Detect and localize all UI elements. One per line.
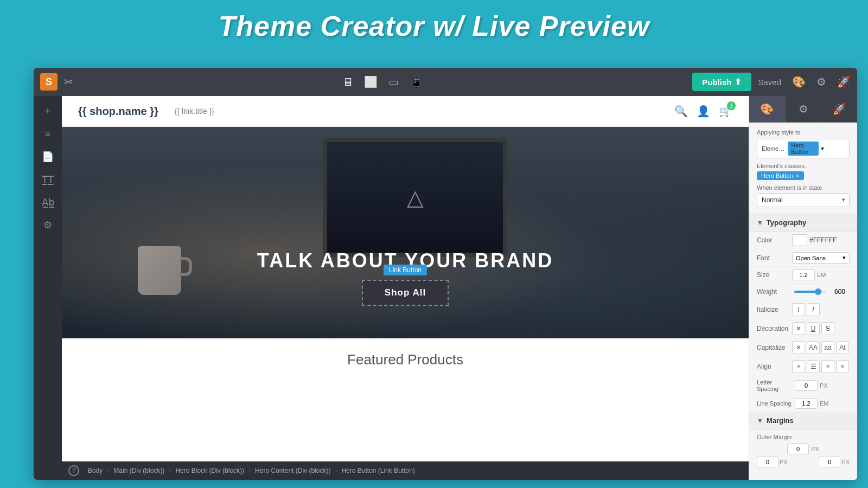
decoration-underline-btn[interactable]: U [807, 322, 820, 335]
align-right-btn[interactable]: ≡ [821, 360, 834, 373]
size-input[interactable] [792, 269, 815, 280]
panel-settings-icon[interactable]: ⚙ [786, 96, 822, 122]
main-area: + ≡ 📄 T̲T̲ A̲b̲ ⚙ {{ shop.name }} {{ lin… [34, 96, 857, 480]
margins-section-header[interactable]: ▼ Margins [749, 412, 857, 429]
size-value: EM [792, 269, 850, 280]
margin-right-unit: PX [841, 459, 850, 465]
page-title: Theme Creator w/ Live Preview [0, 10, 868, 42]
color-value: #FFFFFF [792, 234, 850, 246]
weight-label: Weight [757, 288, 792, 296]
sidebar-layers-icon[interactable]: ≡ [38, 124, 58, 144]
cart-icon[interactable]: 🛒 3 [719, 105, 732, 118]
capitalize-buttons: ✕ AA aa At [792, 341, 850, 354]
applying-label: Applying style to [757, 129, 850, 136]
decoration-none-btn[interactable]: ✕ [792, 322, 805, 335]
sidebar-ab-icon[interactable]: A̲b̲ [38, 192, 58, 212]
state-label: When element is in state [757, 184, 850, 191]
hero-overlay [62, 127, 749, 338]
margins-label: Margins [767, 416, 850, 425]
margin-top-unit: PX [811, 446, 819, 452]
align-center-btn[interactable]: ☰ [807, 360, 820, 373]
account-icon[interactable]: 👤 [697, 105, 710, 118]
hero-content: TALK ABOUT YOUR BRAND Link Button Shop A… [62, 249, 749, 306]
color-hex: #FFFFFF [809, 236, 837, 244]
class-selector[interactable]: Elements with class Hero Button Hero But… [757, 139, 850, 158]
search-icon[interactable]: 🔍 [674, 105, 688, 118]
desktop-view-icon[interactable]: 🖥 [342, 76, 353, 88]
color-swatch[interactable] [792, 234, 807, 246]
italic-normal-btn[interactable]: I [792, 303, 805, 316]
help-icon[interactable]: ? [68, 465, 79, 476]
letter-spacing-value: PX [795, 380, 850, 391]
tablet-portrait-icon[interactable]: ▭ [388, 75, 399, 88]
applying-style-section: Applying style to Elements with class He… [749, 123, 857, 214]
settings-icon[interactable]: ⚙ [816, 75, 826, 88]
align-justify-btn[interactable]: ≡ [836, 360, 849, 373]
breadcrumb-hero-content[interactable]: Hero Content (Div (block)) [255, 467, 330, 474]
breadcrumb-hero-block[interactable]: Hero Block (Div (block)) [175, 467, 244, 474]
mobile-view-icon[interactable]: 📱 [410, 75, 423, 88]
letter-spacing-input[interactable] [795, 380, 818, 391]
panel-top-icons: 🎨 ⚙ 🚀 [749, 96, 857, 123]
shop-nav-link[interactable]: {{ link.title }} [175, 107, 214, 115]
align-buttons: ≡ ☰ ≡ ≡ [792, 360, 850, 373]
sidebar-type-icon[interactable]: T̲T̲ [38, 170, 58, 189]
margin-top-input[interactable] [787, 444, 809, 454]
line-spacing-unit: EM [820, 400, 833, 407]
typography-section-header[interactable]: ▼ Typography [749, 214, 857, 232]
sidebar-add-icon[interactable]: + [38, 101, 58, 121]
outer-margin-label: Outer Margin [757, 434, 792, 440]
featured-title: Featured Products [75, 351, 736, 368]
panel-style-icon[interactable]: 🎨 [749, 96, 786, 122]
decoration-strikethrough-btn[interactable]: S [821, 322, 834, 335]
line-spacing-value: EM [795, 398, 850, 409]
left-sidebar: + ≡ 📄 T̲T̲ A̲b̲ ⚙ [34, 96, 62, 480]
font-select[interactable]: Open Sans [796, 255, 826, 261]
publish-button[interactable]: Publish ⬆ [692, 73, 751, 91]
palette-icon[interactable]: 🎨 [792, 75, 806, 88]
italic-italic-btn[interactable]: I [807, 303, 820, 316]
breadcrumb-body[interactable]: Body [88, 467, 103, 474]
typography-arrow: ▼ [757, 219, 763, 227]
cap-lower-btn[interactable]: aa [821, 341, 834, 354]
cap-upper-btn[interactable]: AA [807, 341, 820, 354]
hero-section: △ TALK ABOUT YOUR BRAND [62, 127, 749, 338]
toolbar: S ✂ 🖥 ⬜ ▭ 📱 Publish ⬆ Saved 🎨 ⚙ 🚀 [34, 68, 857, 96]
hero-shop-button[interactable]: Shop All [362, 280, 449, 306]
weight-value: 600 [792, 286, 850, 297]
color-row: Color #FFFFFF [749, 232, 857, 249]
cap-title-btn[interactable]: At [836, 341, 849, 354]
line-spacing-input[interactable] [795, 398, 818, 409]
breadcrumb-main[interactable]: Main (Div (block)) [113, 467, 164, 474]
link-button-tag: Link Button [384, 265, 427, 275]
sidebar-settings-icon[interactable]: ⚙ [38, 215, 58, 235]
italicize-buttons: I I [792, 303, 850, 316]
align-left-btn[interactable]: ≡ [792, 360, 805, 373]
featured-section: Featured Products [62, 338, 749, 461]
remove-class-button[interactable]: ✕ [795, 173, 800, 179]
font-row: Font Open Sans ▾ [749, 249, 857, 267]
selector-dropdown-arrow[interactable]: ▾ [821, 145, 845, 152]
cap-none-btn[interactable]: ✕ [792, 341, 805, 354]
shop-name: {{ shop.name }} [78, 105, 158, 118]
margins-section: Outer Margin PX PX PX [749, 429, 857, 472]
panel-actions-icon[interactable]: 🚀 [821, 96, 857, 122]
color-label: Color [757, 236, 792, 244]
tablet-landscape-icon[interactable]: ⬜ [364, 75, 378, 88]
scissors-icon[interactable]: ✂ [64, 75, 73, 88]
logo-icon[interactable]: S [40, 73, 58, 91]
size-label: Size [757, 271, 792, 279]
decoration-label: Decoration [757, 325, 792, 332]
weight-slider[interactable] [794, 291, 826, 293]
state-select[interactable]: Normal [757, 193, 850, 207]
italicize-row: Italicize I I [749, 300, 857, 319]
margin-left-input[interactable] [757, 457, 778, 467]
sidebar-pages-icon[interactable]: 📄 [38, 147, 58, 166]
right-panel: 🎨 ⚙ 🚀 Applying style to Elements with cl… [749, 96, 857, 480]
weight-display: 600 [830, 286, 850, 297]
canvas-area: {{ shop.name }} {{ link.title }} 🔍 👤 🛒 3 [62, 96, 749, 480]
rocket-icon[interactable]: 🚀 [837, 75, 851, 88]
margin-right-input[interactable] [819, 457, 840, 467]
toolbar-actions: Publish ⬆ Saved [692, 73, 781, 91]
breadcrumb-hero-button[interactable]: Hero Button (Link Button) [341, 467, 414, 474]
